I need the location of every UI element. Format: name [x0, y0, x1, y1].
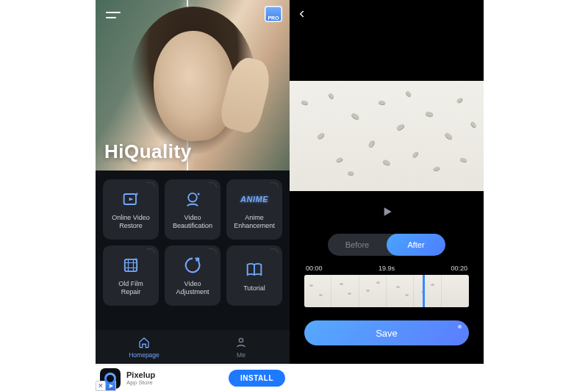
- svg-point-3: [239, 338, 243, 342]
- timeline-labels: 00:00 19.9s 00:20: [290, 259, 484, 275]
- svg-rect-2: [125, 259, 137, 271]
- chevron-left-icon: [297, 9, 307, 19]
- tile-label: Video Beautification: [173, 214, 212, 230]
- film-repair-icon: [121, 255, 141, 276]
- nav-homepage[interactable]: Homepage: [96, 330, 193, 364]
- feature-grid: Online Video Restore Video Beautificatio…: [96, 171, 290, 310]
- ad-install-button[interactable]: INSTALL: [229, 370, 285, 387]
- timeline-current: 19.9s: [379, 265, 395, 272]
- tile-video-adjustment[interactable]: Video Adjustment: [165, 245, 220, 306]
- nav-me[interactable]: Me: [193, 330, 290, 364]
- hamburger-menu-icon[interactable]: [106, 12, 122, 22]
- video-preview[interactable]: [290, 81, 484, 191]
- nav-label: Homepage: [129, 351, 159, 359]
- tile-label: Anime Enhancement: [234, 214, 275, 230]
- person-icon: [234, 336, 248, 349]
- ad-close-icon[interactable]: ✕: [96, 381, 106, 391]
- tile-video-beautification[interactable]: Video Beautification: [165, 179, 220, 240]
- play-button[interactable]: [290, 191, 484, 232]
- save-label: Save: [376, 328, 398, 339]
- tile-label: Video Adjustment: [176, 280, 209, 296]
- notification-dot-icon: [458, 325, 462, 329]
- tile-tutorial[interactable]: Tutorial: [226, 245, 282, 306]
- svg-point-1: [188, 193, 197, 202]
- before-after-toggle[interactable]: Before After: [328, 234, 445, 256]
- hero-image: PRO HiQuality: [96, 0, 290, 171]
- bottom-nav: Homepage Me: [96, 330, 290, 364]
- video-editor-screen: Before After 00:00 19.9s 00:20 Save: [290, 0, 484, 364]
- play-icon: [379, 204, 394, 219]
- sparkle-video-icon: [121, 189, 141, 209]
- tile-anime-enhancement[interactable]: ANIME Anime Enhancement: [226, 179, 282, 240]
- brand-logo: HiQuality: [104, 140, 192, 163]
- back-button[interactable]: [297, 7, 307, 23]
- tile-label: Online Video Restore: [112, 214, 149, 230]
- timeline-start: 00:00: [306, 265, 323, 272]
- toggle-before[interactable]: Before: [328, 234, 387, 256]
- playhead[interactable]: [423, 275, 425, 307]
- ad-banner[interactable]: ✕ ➤ Pixelup App Store INSTALL: [96, 365, 290, 391]
- timeline[interactable]: [304, 275, 469, 307]
- tile-label: Old Film Repair: [118, 280, 143, 296]
- nav-label: Me: [237, 351, 245, 359]
- brand-text: Quality: [124, 140, 192, 163]
- adjust-icon: [182, 255, 203, 276]
- hiquality-app-screen: PRO HiQuality Online Video Restore Video…: [96, 0, 290, 364]
- tile-online-video-restore[interactable]: Online Video Restore: [103, 179, 159, 240]
- toggle-after[interactable]: After: [387, 234, 445, 256]
- book-icon: [244, 259, 265, 280]
- tile-label: Tutorial: [243, 284, 265, 293]
- timeline-end: 00:20: [451, 265, 467, 272]
- save-button[interactable]: Save: [304, 320, 469, 345]
- tile-old-film-repair[interactable]: Old Film Repair: [103, 245, 159, 306]
- face-beautify-icon: [182, 189, 203, 209]
- ad-subtitle: App Store: [126, 379, 155, 386]
- ad-title: Pixelup: [126, 370, 155, 379]
- anime-icon: ANIME: [244, 189, 265, 209]
- home-icon: [137, 336, 151, 349]
- pro-badge[interactable]: PRO: [265, 6, 282, 22]
